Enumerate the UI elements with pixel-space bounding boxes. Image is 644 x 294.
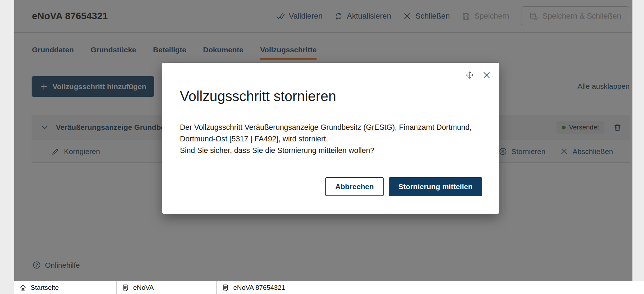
taskbar-tab-label: eNoVA <box>133 284 154 292</box>
form-document-icon <box>122 284 129 291</box>
move-icon <box>465 71 474 80</box>
dialog-body: Der Vollzugsschritt Veräußerungsanzeige … <box>180 122 472 156</box>
dialog-title: Vollzugsschritt stornieren <box>180 88 336 104</box>
dialog-move-handle[interactable] <box>465 71 474 80</box>
abbrechen-button[interactable]: Abbrechen <box>325 177 384 196</box>
dialog-text-line: Der Vollzugsschritt Veräußerungsanzeige … <box>180 122 472 133</box>
dialog-text-line: Sind Sie sicher, dass Sie die Stornierun… <box>180 145 472 156</box>
taskbar-tab-enova-document[interactable]: eNoVA 87654321 <box>217 281 323 294</box>
stornierung-mitteilen-button[interactable]: Stornierung mitteilen <box>389 177 482 196</box>
bottom-taskbar: Startseite eNoVA eNoVA 87654321 <box>14 281 644 294</box>
stornieren-dialog: Vollzugsschritt stornieren Der Vollzugss… <box>162 63 499 214</box>
close-icon <box>482 71 491 80</box>
dialog-close-button[interactable] <box>482 71 491 80</box>
taskbar-tab-enova[interactable]: eNoVA <box>117 281 217 294</box>
taskbar-tab-label: Startseite <box>31 284 59 292</box>
taskbar-tab-label: eNoVA 87654321 <box>233 284 285 292</box>
form-document-icon <box>222 284 229 291</box>
taskbar-tab-startseite[interactable]: Startseite <box>14 281 117 294</box>
dialog-button-row: Abbrechen Stornierung mitteilen <box>325 177 482 196</box>
dialog-text-line: Dortmund-Ost [5317 | FA492], wird storni… <box>180 133 472 145</box>
home-icon <box>19 284 27 291</box>
